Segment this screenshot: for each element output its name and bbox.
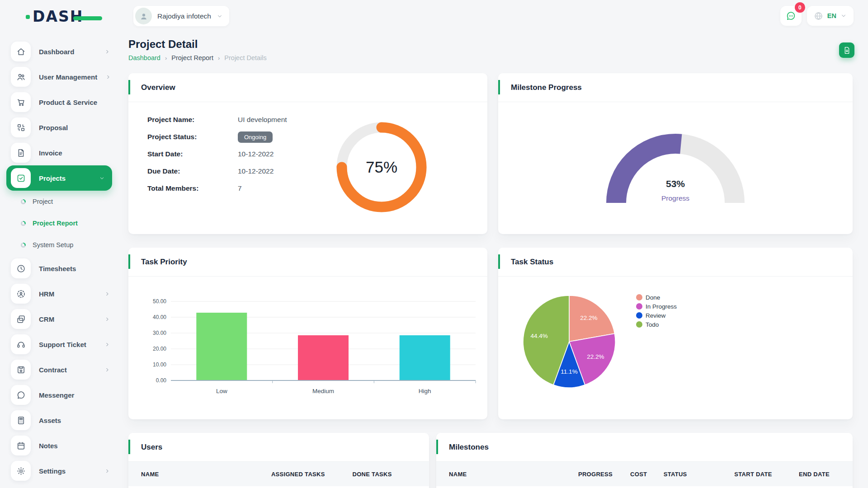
sidebar-item-hrm[interactable]: HRM bbox=[6, 281, 119, 306]
chevron-right-icon-wrap bbox=[104, 342, 110, 347]
messenger-icon bbox=[16, 390, 26, 400]
sidebar-subitem-system-setup[interactable]: System Setup bbox=[6, 234, 119, 256]
sidebar-item-timesheets[interactable]: Timesheets bbox=[6, 256, 119, 281]
pie-chart: 22.2%22.2%11.1%44.4%DoneIn ProgressRevie… bbox=[516, 284, 729, 397]
chevron-right-icon-wrap bbox=[104, 468, 110, 474]
sidebar-item-crm[interactable]: CRM bbox=[6, 306, 119, 332]
column-header-done-tasks: DONE TASKS bbox=[348, 462, 429, 486]
svg-text:40.00: 40.00 bbox=[153, 314, 166, 320]
card-title: Milestones bbox=[449, 443, 489, 452]
sidebar-item-label: Messenger bbox=[39, 391, 74, 399]
page-title: Project Detail bbox=[128, 38, 853, 51]
overview-fields: Project Name:UI developmentProject Statu… bbox=[147, 111, 287, 197]
overview-field-project-status: Project Status:Ongoing bbox=[147, 128, 287, 145]
sidebar-item-notes[interactable]: Notes bbox=[6, 433, 119, 458]
sidebar-item-label: Timesheets bbox=[39, 265, 76, 272]
donut-chart: 75% bbox=[332, 117, 431, 217]
sidebar-subitem-label: Project Report bbox=[33, 220, 78, 227]
field-label: Start Date: bbox=[147, 150, 238, 158]
main-content: Project Detail Dashboard›Project Report›… bbox=[128, 0, 853, 488]
proposal-icon bbox=[16, 123, 26, 132]
task-status-chart: 22.2%22.2%11.1%44.4%DoneIn ProgressRevie… bbox=[516, 284, 853, 399]
svg-text:Review: Review bbox=[646, 312, 666, 319]
users-icon bbox=[16, 72, 26, 82]
bullet-icon bbox=[21, 199, 26, 204]
icon-tile bbox=[11, 385, 31, 405]
headset-icon bbox=[16, 340, 26, 349]
sidebar-item-contract[interactable]: Contract bbox=[6, 357, 119, 382]
chevron-right-icon bbox=[104, 291, 110, 297]
bullet-icon bbox=[21, 221, 26, 226]
app-logo[interactable]: DASH bbox=[33, 8, 83, 25]
icon-tile bbox=[11, 117, 31, 137]
sidebar-item-proposal[interactable]: Proposal bbox=[6, 115, 119, 140]
project-progress-donut: 75% bbox=[332, 117, 431, 219]
icon-tile bbox=[11, 436, 31, 455]
card-accent bbox=[498, 80, 500, 94]
card-accent bbox=[498, 254, 500, 269]
notes-icon bbox=[16, 441, 26, 450]
icon-tile bbox=[11, 42, 31, 61]
svg-text:Done: Done bbox=[646, 294, 660, 301]
card-title: Overview bbox=[141, 83, 175, 92]
card-title: Milestone Progress bbox=[511, 83, 582, 92]
column-header-status: STATUS bbox=[659, 462, 730, 486]
svg-text:High: High bbox=[419, 388, 431, 394]
sidebar-subitem-label: System Setup bbox=[33, 241, 73, 249]
logo-accent-dot bbox=[26, 15, 30, 19]
sidebar-nav: DashboardUser ManagementProduct & Servic… bbox=[0, 39, 119, 488]
breadcrumb-item-project-report[interactable]: Project Report bbox=[171, 54, 213, 61]
svg-text:44.4%: 44.4% bbox=[531, 333, 548, 339]
icon-tile bbox=[11, 143, 31, 163]
breadcrumb-separator: › bbox=[165, 55, 167, 61]
svg-text:22.2%: 22.2% bbox=[587, 353, 604, 360]
svg-text:Progress: Progress bbox=[661, 194, 689, 202]
sidebar-item-product-service[interactable]: Product & Service bbox=[6, 89, 119, 115]
svg-text:53%: 53% bbox=[666, 178, 685, 189]
chevron-right-icon-wrap bbox=[104, 49, 110, 55]
cart-icon bbox=[16, 98, 26, 107]
chevron-right-icon bbox=[104, 367, 110, 373]
field-label: Project Name: bbox=[147, 116, 238, 124]
breadcrumb-item-dashboard[interactable]: Dashboard bbox=[128, 54, 160, 61]
svg-text:22.2%: 22.2% bbox=[580, 314, 597, 321]
sidebar-subitem-project[interactable]: Project bbox=[6, 191, 119, 212]
breadcrumb-item-project-details: Project Details bbox=[224, 54, 266, 61]
sidebar-item-settings[interactable]: Settings bbox=[6, 458, 119, 483]
icon-tile bbox=[11, 67, 31, 87]
export-button[interactable] bbox=[839, 42, 854, 58]
sidebar-item-label: User Management bbox=[39, 73, 97, 81]
svg-text:20.00: 20.00 bbox=[153, 346, 166, 352]
sidebar-item-user-management[interactable]: User Management bbox=[6, 64, 119, 89]
svg-text:In Progress: In Progress bbox=[646, 303, 677, 310]
sidebar-item-dashboard[interactable]: Dashboard bbox=[6, 39, 119, 64]
sidebar-item-label: Contract bbox=[39, 366, 67, 374]
column-header-name: NAME bbox=[128, 462, 267, 486]
card-accent bbox=[128, 254, 130, 269]
svg-text:50.00: 50.00 bbox=[153, 298, 166, 305]
chevron-down-icon bbox=[99, 175, 105, 181]
contract-icon bbox=[16, 365, 26, 375]
svg-text:10.00: 10.00 bbox=[153, 361, 166, 368]
svg-text:30.00: 30.00 bbox=[153, 330, 166, 336]
card-accent bbox=[436, 440, 438, 454]
sidebar-item-label: CRM bbox=[39, 315, 54, 323]
overview-field-total-members: Total Members:7 bbox=[147, 180, 287, 197]
sidebar-item-messenger[interactable]: Messenger bbox=[6, 382, 119, 408]
file-export-icon bbox=[843, 46, 851, 55]
sidebar-item-label: HRM bbox=[39, 290, 54, 298]
card-title: Task Status bbox=[511, 258, 553, 267]
users-card: Users NAMEASSIGNED TASKSDONE TASKS bbox=[128, 433, 429, 488]
sidebar-item-support-ticket[interactable]: Support Ticket bbox=[6, 332, 119, 357]
sidebar-subitem-project-report[interactable]: Project Report bbox=[6, 212, 119, 234]
svg-text:0.00: 0.00 bbox=[156, 377, 167, 384]
status-badge: Ongoing bbox=[238, 131, 273, 143]
sidebar-item-label: Assets bbox=[39, 417, 61, 424]
svg-text:Todo: Todo bbox=[646, 321, 659, 328]
sidebar-item-invoice[interactable]: Invoice bbox=[6, 140, 119, 165]
sidebar-item-assets[interactable]: Assets bbox=[6, 408, 119, 433]
sidebar-item-label: Dashboard bbox=[39, 48, 74, 56]
sidebar-item-projects[interactable]: Projects bbox=[6, 165, 112, 191]
column-header-end-date: END DATE bbox=[794, 462, 853, 486]
chevron-right-icon bbox=[104, 316, 110, 322]
